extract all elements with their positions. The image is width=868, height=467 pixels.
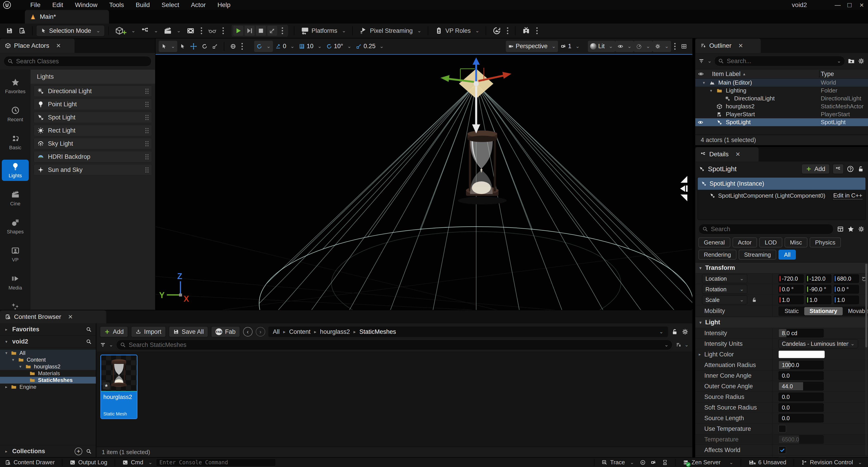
list-item-sun-and-sky[interactable]: Sun and Sky [34, 164, 152, 176]
category-recent[interactable]: Recent [2, 103, 29, 125]
drag-handle-icon[interactable] [145, 167, 149, 173]
grid-snap-dropdown[interactable]: 10⌄ [297, 41, 324, 52]
world-local-toggle[interactable] [228, 41, 238, 52]
save-all-button[interactable]: Save All [169, 326, 208, 337]
rotate-tool-button[interactable] [199, 41, 210, 52]
light-color-swatch[interactable] [778, 350, 825, 358]
scale-dropdown[interactable]: Scale⌄ [702, 295, 747, 304]
use-temperature-checkbox[interactable] [778, 425, 786, 433]
launch-button[interactable] [267, 26, 277, 36]
details-search-input[interactable] [711, 226, 830, 233]
edit-in-cpp-link[interactable]: Edit in C++ [833, 192, 862, 199]
surface-snap-dropdown[interactable]: 0⌄ [273, 41, 297, 52]
drag-handle-icon[interactable] [145, 141, 149, 146]
breadcrumb-content[interactable]: Content [289, 329, 311, 335]
expander-icon[interactable]: ▸ [4, 449, 8, 454]
filter-lod[interactable]: LOD [759, 238, 782, 247]
category-basic[interactable]: Basic [2, 132, 29, 153]
cmd-dropdown[interactable]: Cmd⌄ [119, 459, 156, 466]
location-z-field[interactable]: 680.0 [834, 274, 859, 283]
filter-rendering[interactable]: Rendering [699, 250, 736, 260]
column-type[interactable]: Type [821, 70, 834, 77]
location-dropdown[interactable]: Location⌄ [702, 274, 747, 283]
location-x-field[interactable]: -720.0 [778, 274, 804, 283]
viewport-options-dropdown[interactable]: ⌄ [159, 41, 177, 52]
cinematics-dropdown[interactable]: ⌄ [161, 25, 183, 36]
menu-window[interactable]: Window [69, 1, 103, 9]
component-row-instance[interactable]: SpotLight (Instance) [698, 178, 866, 190]
table-row-lighting[interactable]: ▾ Lighting Folder [695, 87, 868, 95]
outer-cone-angle-field[interactable]: 44.0 [778, 382, 824, 391]
add-actor-dropdown[interactable]: +⌄ [112, 25, 138, 36]
display-mode-icon[interactable] [837, 225, 844, 233]
scale-z-field[interactable]: 1.0 [834, 295, 859, 304]
filter-physics[interactable]: Physics [810, 238, 841, 247]
transform-kebab-icon[interactable] [242, 43, 243, 50]
intensity-units-dropdown[interactable]: Candelas - Luminous Intensity, Norr⌄ [778, 339, 858, 348]
expander-icon[interactable]: ▾ [709, 88, 713, 93]
content-settings-gear-icon[interactable] [681, 328, 689, 335]
screenshot-camera-icon[interactable] [650, 460, 656, 465]
sort-view-options-button[interactable]: ⌄ [676, 342, 689, 348]
attenuation-radius-field[interactable]: 1000.0 [778, 361, 824, 369]
menu-actor[interactable]: Actor [185, 1, 211, 9]
category-vp[interactable]: VP [2, 244, 29, 265]
virtual-camera-kebab-icon[interactable] [536, 27, 538, 34]
insights-icon[interactable] [640, 460, 646, 465]
drag-handle-icon[interactable] [145, 89, 149, 94]
mobility-stationary[interactable]: Stationary [804, 307, 843, 315]
outliner-filter-button[interactable]: ⌄ [699, 58, 712, 64]
filter-streaming[interactable]: Streaming [739, 250, 776, 260]
menu-build[interactable]: Build [130, 1, 156, 9]
lock-open-icon[interactable] [857, 165, 864, 173]
revision-control-dropdown[interactable]: Revision Control⌄ [798, 459, 866, 466]
viewport-scene[interactable]: Z Y X [156, 55, 692, 310]
selection-mode-dropdown[interactable]: Selection Mode ⌄ [36, 25, 105, 36]
lock-open-icon[interactable] [671, 328, 678, 335]
tree-item-hourglass2[interactable]: ▾ hourglass2 [0, 363, 96, 370]
drag-handle-icon[interactable] [145, 115, 149, 120]
blueprints-dropdown[interactable]: ⌄ [138, 25, 161, 36]
vp-roles-dropdown[interactable]: VP Roles⌄ [432, 25, 482, 36]
scale-y-field[interactable]: 1.0 [806, 295, 831, 304]
project-section[interactable]: ▾ void2 [0, 336, 96, 348]
tab-details[interactable]: Details ✕ [695, 147, 758, 161]
move-tool-button[interactable] [188, 41, 199, 52]
filter-actor[interactable]: Actor [733, 238, 757, 247]
rotation-y-field[interactable]: -90.0 ° [806, 285, 831, 293]
filter-general[interactable]: General [699, 238, 730, 247]
drag-handle-icon[interactable] [145, 154, 149, 159]
tab-place-actors[interactable]: Place Actors ✕ [0, 38, 74, 53]
blueprint-convert-button[interactable] [833, 164, 844, 174]
column-item-label[interactable]: Item Label [712, 70, 741, 77]
mobility-movable[interactable]: Movable [843, 307, 868, 315]
category-shapes[interactable]: Shapes [2, 216, 29, 237]
list-item-rect-light[interactable]: Rect Light [34, 125, 152, 136]
outliner-search-box[interactable]: ⌄ [714, 56, 845, 66]
viewport-kebab-icon[interactable] [674, 43, 676, 50]
menu-select[interactable]: Select [156, 1, 185, 9]
rotation-z-field[interactable]: 0.0 ° [834, 285, 859, 293]
asset-search-input[interactable] [129, 341, 659, 348]
quad-view-button[interactable] [679, 41, 689, 52]
section-light[interactable]: ▾Light [695, 317, 868, 328]
category-media[interactable]: Media [2, 272, 29, 293]
breadcrumb-all[interactable]: All [273, 329, 280, 335]
virtual-camera-button[interactable] [519, 25, 533, 36]
outliner-settings-gear-icon[interactable] [858, 57, 865, 65]
tab-main-level[interactable]: Main* [25, 10, 109, 24]
xr-preview-button[interactable] [205, 25, 219, 36]
scale-tool-button[interactable] [210, 41, 220, 52]
frame-skip-button[interactable] [245, 26, 255, 36]
filter-misc[interactable]: Misc [784, 238, 807, 247]
search-classes-box[interactable] [4, 56, 152, 66]
trace-dropdown[interactable]: Trace⌄ [598, 459, 638, 466]
search-icon[interactable] [86, 326, 92, 333]
search-icon[interactable] [86, 448, 92, 454]
tab-outliner[interactable]: Outliner ✕ [695, 38, 761, 53]
search-icon[interactable] [86, 339, 92, 345]
zen-server-dropdown[interactable]: Zen Server⌄ [679, 459, 737, 466]
rotation-x-field[interactable]: 0.0 ° [778, 285, 804, 293]
expander-icon[interactable]: ▾ [702, 80, 706, 85]
tree-item-materials[interactable]: Materials [0, 370, 96, 377]
